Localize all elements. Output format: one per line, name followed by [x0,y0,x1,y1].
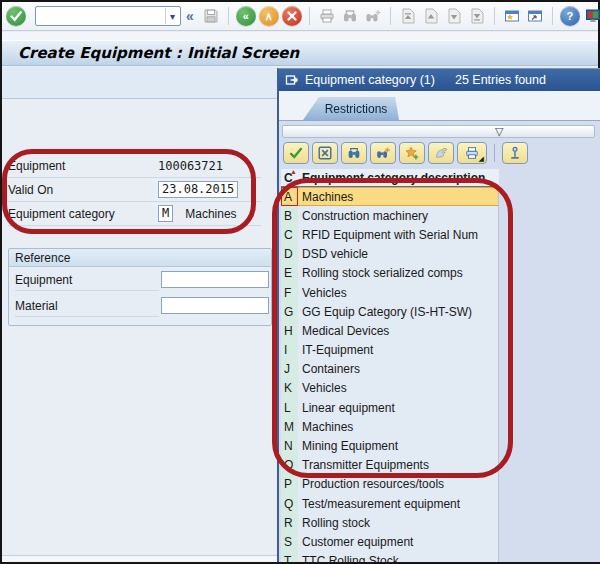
list-item[interactable]: E Rolling stock serialized comps [281,264,600,283]
list-item[interactable]: O Transmitter Equipments [281,456,600,475]
category-key-cell[interactable]: I [281,341,298,360]
help-button[interactable]: ? [560,6,580,26]
equipment-category-field[interactable]: M [158,205,173,222]
category-description-cell[interactable]: RFID Equipment with Serial Num [298,225,499,244]
list-item[interactable]: K Vehicles [281,379,600,398]
category-description-cell[interactable]: TTC Rolling Stock [298,552,499,562]
find-button[interactable] [340,6,360,26]
command-dropdown-icon[interactable]: ▾ [165,8,179,24]
popup-find-button[interactable] [341,142,367,164]
category-key-cell[interactable]: S [281,532,298,551]
category-description-cell[interactable]: Medical Devices [298,321,499,340]
restrictions-collapsed-panel[interactable]: ▽ [282,125,595,138]
category-description-cell[interactable]: Machines [298,187,499,206]
category-description-cell[interactable]: Test/measurement equipment [298,494,499,513]
category-key-cell[interactable]: C [281,225,298,244]
category-key-cell[interactable]: D [281,245,298,264]
category-description-cell[interactable]: Mining Equipment [298,436,499,455]
list-item[interactable]: S Customer equipment [281,532,600,551]
first-page-button[interactable] [398,6,418,26]
new-session-button[interactable] [502,6,522,26]
category-key-cell[interactable]: L [281,398,298,417]
column-header-description[interactable]: Equipment category description [298,171,485,185]
hold-list-button[interactable] [502,142,528,164]
save-button[interactable] [201,6,221,26]
category-key-cell[interactable]: F [281,283,298,302]
category-description-cell[interactable]: GG Equip Category (IS-HT-SW) [298,302,499,321]
popup-print-button[interactable]: ◢ [457,142,487,164]
list-item[interactable]: L Linear equipment [281,398,600,417]
hide-command-icon[interactable]: « [182,8,198,24]
category-description-cell[interactable]: IT-Equipment [298,341,499,360]
exit-button[interactable]: ∧ [259,6,279,26]
category-description-cell[interactable]: Vehicles [298,379,499,398]
customize-layout-button[interactable] [583,6,600,26]
category-description-cell[interactable]: DSD vehicle [298,245,499,264]
category-description-cell[interactable]: Vehicles [298,283,499,302]
print-dropdown-icon[interactable]: ◢ [479,155,484,162]
list-item[interactable]: R Rolling stock [281,513,600,532]
popup-title-bar[interactable]: Equipment category (1) 25 Entries found [279,69,600,91]
list-item[interactable]: H Medical Devices [281,321,600,340]
last-page-button[interactable] [467,6,487,26]
category-key-cell[interactable]: N [281,436,298,455]
category-key-cell[interactable]: R [281,513,298,532]
create-shortcut-button[interactable] [525,6,545,26]
list-item[interactable]: J Containers [281,360,600,379]
category-key-cell[interactable]: P [281,475,298,494]
reference-material-input[interactable] [161,297,269,314]
category-description-cell[interactable]: Containers [298,360,499,379]
list-item[interactable]: N Mining Equipment [281,436,600,455]
category-description-cell[interactable]: Machines [298,417,499,436]
category-key-cell[interactable]: H [281,321,298,340]
display-help-button[interactable]: ? [428,142,454,164]
page-up-button[interactable] [421,6,441,26]
print-icon [318,7,336,25]
find-next-button[interactable] [363,6,383,26]
tab-restrictions[interactable]: Restrictions [303,97,399,120]
reference-equipment-input[interactable] [161,271,269,288]
equipment-value[interactable]: 100063721 [158,159,223,173]
category-description-cell[interactable]: Construction machinery [298,206,499,225]
category-key-cell[interactable]: G [281,302,298,321]
expand-restrictions-icon[interactable]: ▽ [495,124,503,138]
category-key-cell[interactable]: Q [281,494,298,513]
category-description-cell[interactable]: Linear equipment [298,398,499,417]
popup-find-next-button[interactable] [370,142,396,164]
list-item[interactable]: P Production resources/tools [281,475,600,494]
print-button[interactable] [317,6,337,26]
category-description-cell[interactable]: Rolling stock [298,513,499,532]
category-description-cell[interactable]: Rolling stock serialized comps [298,264,499,283]
category-key-cell[interactable]: B [281,206,298,225]
back-button[interactable]: « [236,6,256,26]
list-item[interactable]: D DSD vehicle [281,245,600,264]
category-description-cell[interactable]: Production resources/tools [298,475,499,494]
add-to-favorites-button[interactable] [399,142,425,164]
list-item[interactable]: M Machines [281,417,600,436]
continue-button[interactable] [283,142,309,164]
category-key-cell[interactable]: M [281,417,298,436]
category-key-cell[interactable]: K [281,379,298,398]
category-description-cell[interactable]: Transmitter Equipments [298,456,499,475]
valid-on-field[interactable]: 23.08.2015 [158,181,238,198]
cancel-button[interactable] [282,6,302,26]
list-item[interactable]: I IT-Equipment [281,341,600,360]
list-item[interactable]: C RFID Equipment with Serial Num [281,225,600,244]
list-item[interactable]: B Construction machinery [281,206,600,225]
popup-cancel-button[interactable] [312,142,338,164]
list-item[interactable]: G GG Equip Category (IS-HT-SW) [281,302,600,321]
command-input[interactable] [35,6,181,26]
list-item[interactable]: T TTC Rolling Stock [281,552,600,562]
category-key-cell[interactable]: A [281,187,298,206]
category-key-cell[interactable]: E [281,264,298,283]
list-item[interactable]: A Machines [281,187,600,206]
category-key-cell[interactable]: J [281,360,298,379]
column-header-category[interactable]: C ▲ [281,171,298,185]
category-key-cell[interactable]: T [281,552,298,562]
category-description-cell[interactable]: Customer equipment [298,532,499,551]
list-item[interactable]: F Vehicles [281,283,600,302]
page-down-button[interactable] [444,6,464,26]
category-key-cell[interactable]: O [281,456,298,475]
list-item[interactable]: Q Test/measurement equipment [281,494,600,513]
enter-button[interactable] [6,6,26,26]
